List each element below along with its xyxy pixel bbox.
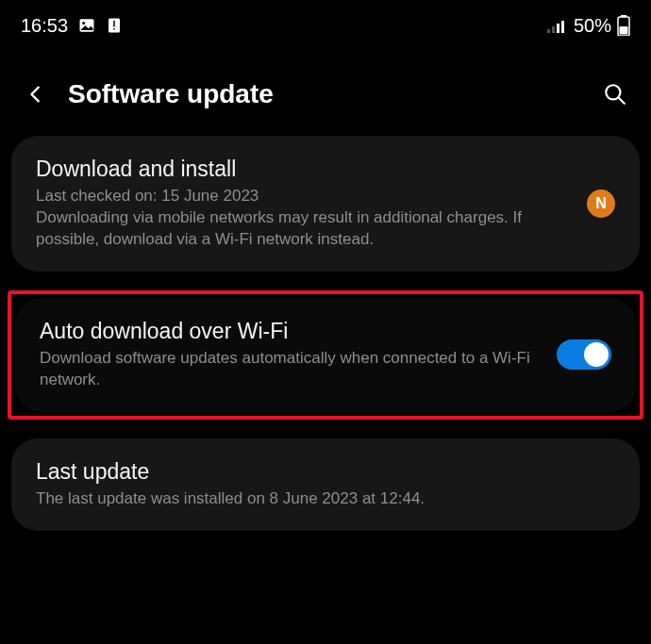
status-bar: 16:53 50% — [0, 0, 651, 47]
toggle-knob — [584, 342, 609, 367]
signal-icon — [547, 18, 568, 33]
page-title: Software update — [68, 79, 583, 109]
last-update-title: Last update — [36, 459, 615, 485]
download-install-last-checked: Last checked on: 15 June 2023 — [36, 186, 572, 207]
auto-download-desc: Download software updates automatically … — [40, 348, 542, 391]
highlight-box: Auto download over Wi-Fi Download softwa… — [8, 290, 643, 420]
svg-rect-7 — [557, 24, 559, 33]
back-button[interactable] — [21, 79, 51, 109]
auto-download-toggle[interactable] — [557, 339, 611, 370]
battery-icon — [617, 15, 630, 36]
download-install-item[interactable]: Download and install Last checked on: 15… — [11, 136, 640, 272]
svg-point-1 — [82, 22, 85, 25]
svg-rect-8 — [561, 21, 564, 33]
download-install-warning: Downloading via mobile networks may resu… — [36, 207, 572, 251]
auto-download-item[interactable]: Auto download over Wi-Fi Download softwa… — [15, 298, 636, 412]
last-update-desc: The last update was installed on 8 June … — [36, 488, 615, 510]
image-icon — [77, 16, 96, 35]
alert-icon — [106, 17, 123, 34]
auto-download-title: Auto download over Wi-Fi — [40, 319, 542, 344]
status-time: 16:53 — [21, 15, 68, 37]
svg-rect-4 — [113, 28, 115, 30]
page-header: Software update — [0, 47, 651, 136]
battery-pct: 50% — [574, 15, 611, 37]
notification-badge: N — [587, 190, 615, 218]
download-install-title: Download and install — [36, 157, 572, 182]
svg-rect-6 — [552, 26, 555, 33]
svg-line-13 — [619, 98, 625, 104]
last-update-item[interactable]: Last update The last update was installe… — [11, 438, 640, 531]
svg-rect-3 — [113, 21, 115, 27]
search-button[interactable] — [600, 79, 630, 109]
svg-rect-11 — [620, 26, 628, 35]
svg-rect-5 — [547, 29, 550, 33]
